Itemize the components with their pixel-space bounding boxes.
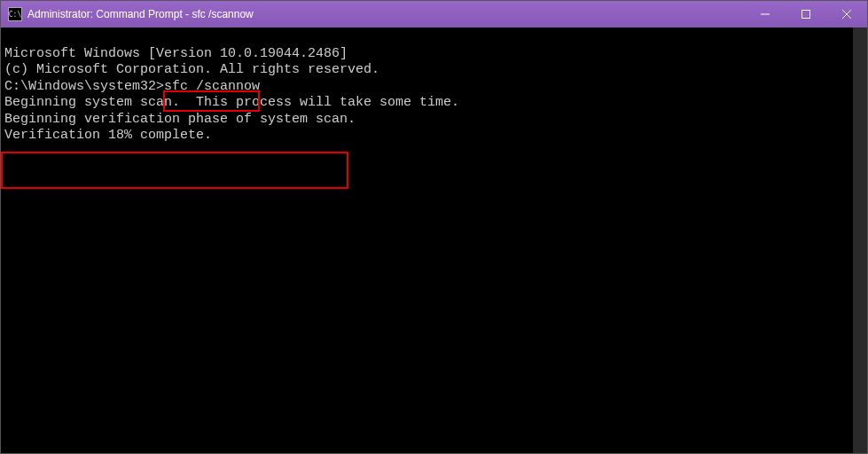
terminal-content[interactable]: Microsoft Windows [Version 10.0.19044.24…	[1, 27, 867, 453]
terminal-line: Beginning verification phase of system s…	[4, 112, 849, 129]
scrollbar[interactable]	[853, 27, 867, 453]
close-icon	[842, 10, 851, 19]
terminal-line: C:\Windows\system32>sfc /scannow	[4, 79, 849, 96]
titlebar[interactable]: C:\ Administrator: Command Prompt - sfc …	[1, 1, 867, 27]
maximize-button[interactable]	[786, 1, 826, 27]
window-title: Administrator: Command Prompt - sfc /sca…	[27, 8, 745, 20]
terminal-line: Microsoft Windows [Version 10.0.19044.24…	[4, 46, 849, 63]
window-controls	[745, 1, 867, 27]
close-button[interactable]	[826, 1, 867, 27]
minimize-icon	[761, 10, 770, 19]
command-prompt-window: C:\ Administrator: Command Prompt - sfc …	[0, 0, 868, 454]
command-text: sfc /scannow	[164, 79, 260, 94]
cmd-icon: C:\	[8, 7, 22, 21]
terminal-line: (c) Microsoft Corporation. All rights re…	[4, 62, 849, 79]
maximize-icon	[802, 10, 810, 19]
terminal-line: Beginning system scan. This process will…	[4, 95, 849, 112]
svg-rect-1	[802, 11, 810, 19]
terminal-line: Verification 18% complete.	[4, 128, 849, 145]
prompt: C:\Windows\system32>	[4, 79, 164, 94]
minimize-button[interactable]	[745, 1, 786, 27]
highlight-box-output	[1, 152, 348, 189]
